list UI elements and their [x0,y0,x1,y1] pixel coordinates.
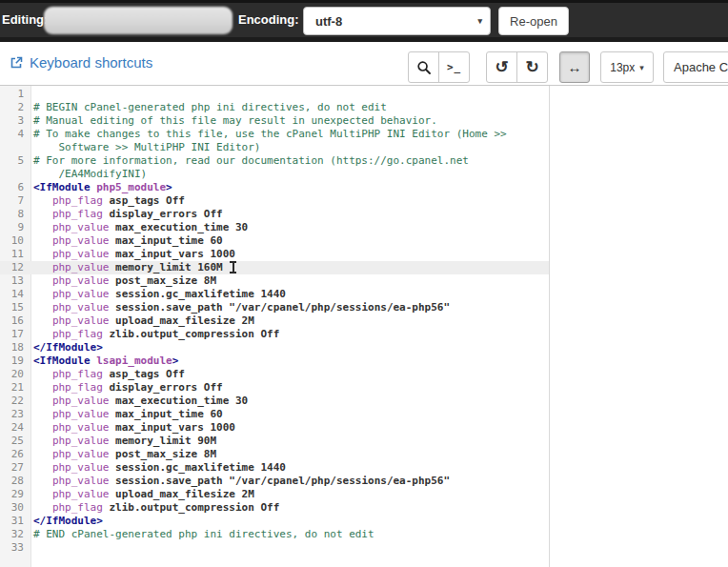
line-number: 33 [0,541,31,555]
code-line-20[interactable]: 20 php_flag asp_tags Off [0,368,549,381]
code-line-13[interactable]: 13 php_value post_max_size 8M [0,274,549,288]
mouse-ibeam-cursor [233,261,234,273]
code-segment: # END cPanel-generated php ini directive… [33,528,374,540]
code-text: # END cPanel-generated php ini directive… [31,528,374,541]
code-line-wrap[interactable]: /EA4ModifyINI) [0,168,549,181]
code-line-wrap[interactable]: Software >> MultiPHP INI Editor) [0,141,549,154]
code-line-32[interactable]: 32# END cPanel-generated php ini directi… [0,528,549,541]
code-segment [33,274,52,287]
code-line-3[interactable]: 3# Manual editing of this file may resul… [0,114,549,128]
code-line-27[interactable]: 27 php_value session.gc_maxlifetime 1440 [0,461,549,475]
code-line-14[interactable]: 14 php_value session.gc_maxlifetime 1440 [0,288,549,301]
line-number: 1 [0,88,31,101]
font-size-value: 13px [610,61,635,74]
syntax-mode-dropdown[interactable]: Apache Con [663,51,728,83]
code-line-16[interactable]: 16 php_value upload_max_filesize 2M [0,314,549,328]
search-button[interactable] [409,52,438,82]
code-line-11[interactable]: 11 php_value max_input_vars 1000 [0,248,549,261]
code-line-6[interactable]: 6<IfModule php5_module> [0,181,549,194]
reopen-button[interactable]: Re-open [498,7,569,35]
encoding-select-value: utf-8 [315,14,342,29]
code-text: php_value max_input_time 60 [31,408,223,421]
code-segment: session.gc_maxlifetime 1440 [109,288,285,300]
code-line-4[interactable]: 4# To make changes to this file, use the… [0,128,549,141]
syntax-mode-value: Apache Con [674,60,728,74]
caret-down-icon: ▾ [477,16,482,26]
code-segment: </IfModule> [33,515,103,527]
code-line-2[interactable]: 2# BEGIN cPanel-generated php ini direct… [0,101,549,114]
code-segment: php_value [52,221,110,233]
code-line-19[interactable]: 19<IfModule lsapi_module> [0,354,549,368]
encoding-select[interactable]: utf-8 ▾ [303,7,491,35]
code-line-12[interactable]: 12 php_value memory_limit 160M [0,261,549,274]
code-text: php_value session.gc_maxlifetime 1440 [31,461,286,475]
code-line-26[interactable]: 26 php_value post_max_size 8M [0,448,549,461]
code-segment: php_flag [52,501,103,514]
code-line-25[interactable]: 25 php_value memory_limit 90M [0,435,549,448]
code-line-21[interactable]: 21 php_flag display_errors Off [0,381,549,395]
code-segment [33,421,52,434]
code-text: php_flag asp_tags Off [31,368,185,381]
code-editor[interactable]: 12# BEGIN cPanel-generated php ini direc… [0,86,728,567]
line-number: 7 [0,194,31,208]
line-number: 20 [0,368,31,381]
line-number: 21 [0,381,31,395]
caret-down-icon: ▾ [639,63,644,72]
code-segment: php_value [52,314,110,327]
code-segment: php5_module [91,181,166,193]
code-text: php_value memory_limit 90M [31,435,216,448]
code-segment: display_errors Off [103,381,223,394]
code-line-10[interactable]: 10 php_value max_input_time 60 [0,234,549,248]
code-line-9[interactable]: 9 php_value max_execution_time 30 [0,221,549,234]
line-number: 17 [0,328,31,341]
code-segment: asp_tags Off [103,194,185,207]
code-line-7[interactable]: 7 php_flag asp_tags Off [0,194,549,208]
code-segment: php_value [52,261,110,273]
code-line-23[interactable]: 23 php_value max_input_time 60 [0,408,549,421]
keyboard-shortcuts-link[interactable]: Keyboard shortcuts [10,54,152,71]
code-line-8[interactable]: 8 php_flag display_errors Off [0,208,549,221]
code-segment: /EA4ModifyINI) [33,168,147,180]
line-number: 5 [0,154,31,168]
code-line-18[interactable]: 18</IfModule> [0,341,549,354]
code-segment: upload_max_filesize 2M [109,488,253,500]
code-text: php_value max_execution_time 30 [31,221,248,234]
code-line-30[interactable]: 30 php_flag zlib.output_compression Off [0,501,549,515]
code-segment [33,288,52,300]
code-line-29[interactable]: 29 php_value upload_max_filesize 2M [0,488,549,501]
code-lines-container: 12# BEGIN cPanel-generated php ini direc… [0,88,549,555]
code-line-24[interactable]: 24 php_value max_input_vars 1000 [0,421,549,435]
redo-button[interactable]: ↻ [516,52,547,82]
code-segment [33,488,52,500]
word-wrap-toggle-button[interactable]: ↔ [559,51,590,83]
code-line-15[interactable]: 15 php_value session.save_path "/var/cpa… [0,301,549,314]
code-line-22[interactable]: 22 php_value max_execution_time 30 [0,395,549,408]
code-segment: <IfModule [33,181,91,193]
code-segment: Software >> MultiPHP INI Editor) [33,141,260,153]
code-line-33[interactable]: 33 [0,541,549,555]
code-segment: php_flag [52,381,103,394]
code-text: Software >> MultiPHP INI Editor) [31,141,260,154]
code-segment: php_value [52,461,110,474]
undo-button[interactable]: ↺ [487,52,516,82]
editor-header-bar: Editing: Encoding: utf-8 ▾ Re-open [0,0,728,42]
code-text: php_flag display_errors Off [31,208,223,221]
code-line-5[interactable]: 5# For more information, read our docume… [0,154,549,168]
code-line-1[interactable]: 1 [0,88,549,101]
filename-field-blurred[interactable] [44,7,233,34]
font-size-dropdown[interactable]: 13px ▾ [600,51,654,83]
code-text: php_value upload_max_filesize 2M [31,488,254,501]
undo-icon: ↺ [495,59,508,75]
code-text [31,541,33,555]
code-line-28[interactable]: 28 php_value session.save_path "/var/cpa… [0,475,549,488]
command-button[interactable]: >_ [438,52,469,82]
code-line-17[interactable]: 17 php_flag zlib.output_compression Off [0,328,549,341]
code-text: # Manual editing of this file may result… [31,114,437,128]
code-text: php_value max_execution_time 30 [31,395,248,408]
code-segment: php_value [52,274,110,287]
code-line-31[interactable]: 31</IfModule> [0,515,549,528]
line-number: 18 [0,341,31,354]
code-text: php_value max_input_vars 1000 [31,421,235,435]
code-segment: php_value [52,234,110,247]
line-number: 26 [0,448,31,461]
